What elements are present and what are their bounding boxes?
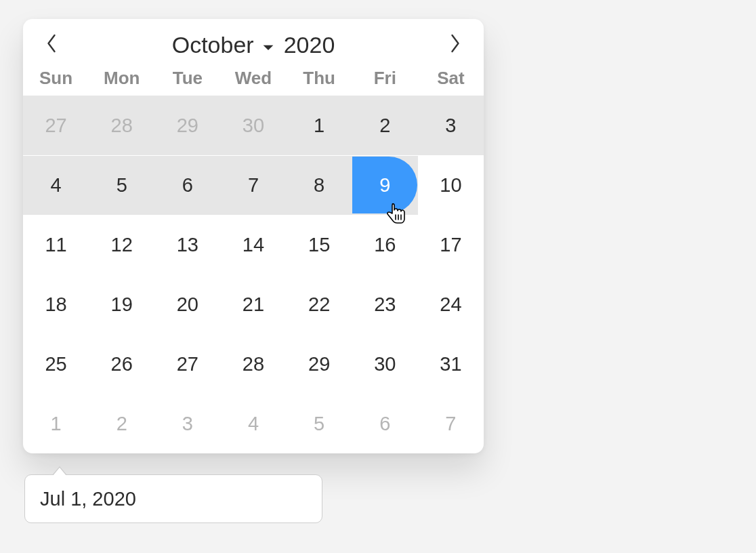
weekday-label: Fri — [352, 68, 418, 89]
day-cell[interactable]: 20 — [154, 274, 220, 334]
day-cell[interactable]: 27 — [23, 96, 89, 155]
day-cell[interactable]: 25 — [23, 334, 89, 394]
day-cell[interactable]: 30 — [220, 96, 286, 155]
day-cell[interactable]: 29 — [154, 96, 220, 155]
date-input-value: Jul 1, 2020 — [40, 488, 136, 510]
day-cell[interactable]: 27 — [154, 334, 220, 394]
day-cell[interactable]: 26 — [89, 334, 154, 394]
date-picker-popover: October 2020 Sun Mon — [23, 19, 484, 453]
day-cell[interactable]: 6 — [154, 155, 220, 215]
day-cell[interactable]: 4 — [23, 155, 89, 215]
date-input[interactable]: Jul 1, 2020 — [24, 474, 322, 523]
svg-marker-0 — [263, 45, 273, 50]
day-cell[interactable]: 28 — [89, 96, 154, 155]
day-cell[interactable]: 29 — [287, 334, 352, 394]
calendar-header: October 2020 — [23, 19, 484, 65]
day-cell[interactable]: 15 — [287, 215, 352, 274]
day-cell[interactable]: 31 — [418, 334, 484, 394]
next-month-button[interactable] — [439, 28, 471, 61]
prev-month-button[interactable] — [35, 28, 68, 61]
day-cell[interactable]: 19 — [89, 274, 154, 334]
day-cell[interactable]: 9 — [352, 155, 418, 215]
day-cell[interactable]: 16 — [352, 215, 418, 274]
day-cell[interactable]: 11 — [23, 215, 89, 274]
day-cell[interactable]: 3 — [418, 96, 484, 155]
weekday-label: Wed — [220, 68, 286, 89]
day-cell[interactable]: 23 — [352, 274, 418, 334]
weekday-label: Tue — [154, 68, 220, 89]
day-cell[interactable]: 5 — [287, 394, 352, 453]
day-cell[interactable]: 2 — [352, 96, 418, 155]
day-cell[interactable]: 7 — [418, 394, 484, 453]
day-cell[interactable]: 8 — [287, 155, 352, 215]
year-label[interactable]: 2020 — [284, 32, 335, 58]
chevron-right-icon — [449, 33, 461, 56]
day-cell[interactable]: 1 — [287, 96, 352, 155]
day-cell[interactable]: 6 — [352, 394, 418, 453]
month-select[interactable]: October — [172, 32, 274, 58]
weekday-label: Thu — [287, 68, 352, 89]
day-cell[interactable]: 24 — [418, 274, 484, 334]
day-cell[interactable]: 18 — [23, 274, 89, 334]
weekday-header-row: Sun Mon Tue Wed Thu Fri Sat — [23, 65, 484, 96]
day-cell[interactable]: 28 — [220, 334, 286, 394]
day-cell[interactable]: 2 — [89, 394, 154, 453]
month-label: October — [172, 32, 254, 58]
weekday-label: Mon — [89, 68, 154, 89]
day-cell[interactable]: 7 — [220, 155, 286, 215]
day-cell[interactable]: 5 — [89, 155, 154, 215]
day-cell[interactable]: 17 — [418, 215, 484, 274]
day-cell[interactable]: 13 — [154, 215, 220, 274]
chevron-down-icon — [262, 41, 274, 54]
day-cell[interactable]: 4 — [220, 394, 286, 453]
day-cell[interactable]: 30 — [352, 334, 418, 394]
month-year-display: October 2020 — [172, 32, 335, 58]
day-cell[interactable]: 1 — [23, 394, 89, 453]
day-cell[interactable]: 12 — [89, 215, 154, 274]
calendar-grid: 2728293012345678910111213141516171819202… — [23, 96, 484, 453]
day-cell[interactable]: 3 — [154, 394, 220, 453]
weekday-label: Sat — [418, 68, 484, 89]
day-cell[interactable]: 10 — [418, 155, 484, 215]
day-cell[interactable]: 14 — [220, 215, 286, 274]
day-cell[interactable]: 22 — [287, 274, 352, 334]
day-cell[interactable]: 21 — [220, 274, 286, 334]
weekday-label: Sun — [23, 68, 89, 89]
popover-arrow — [53, 468, 66, 476]
chevron-left-icon — [45, 33, 58, 56]
